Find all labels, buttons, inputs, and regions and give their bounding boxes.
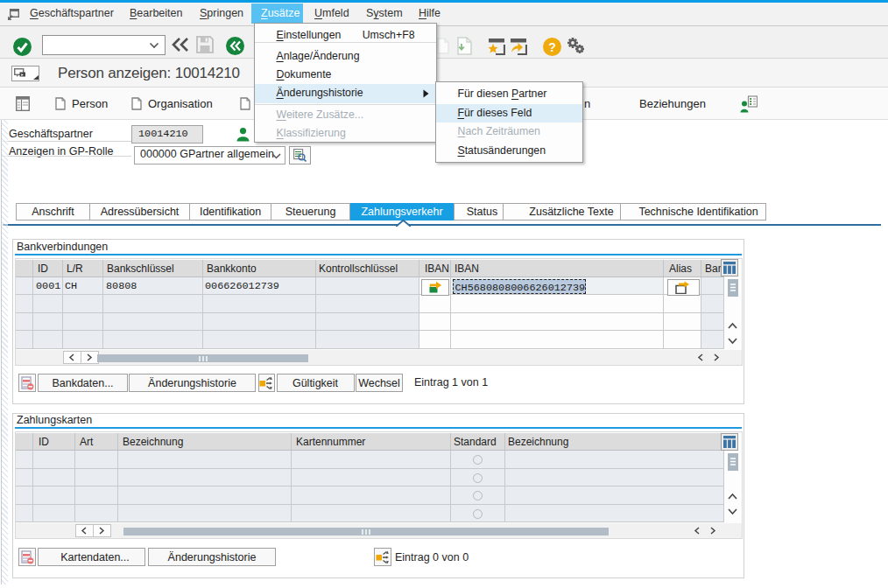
svg-text:?: ? — [548, 40, 556, 54]
